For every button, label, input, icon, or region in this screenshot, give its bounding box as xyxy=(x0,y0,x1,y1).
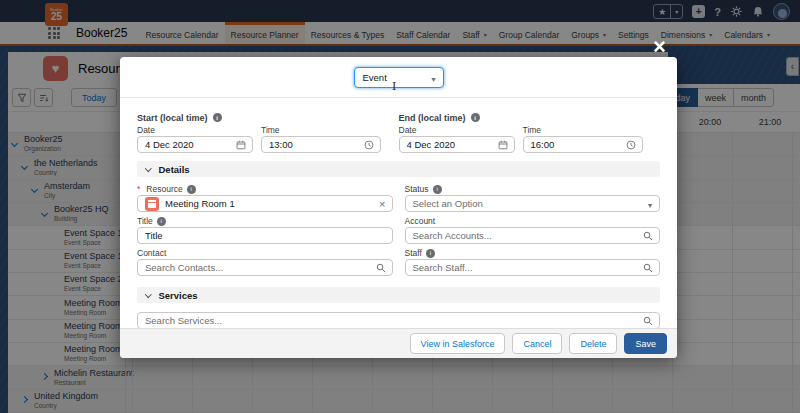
search-icon xyxy=(643,316,653,326)
end-date-label: Date xyxy=(399,124,515,136)
chevron-down-icon xyxy=(648,198,652,209)
delete-button[interactable]: Delete xyxy=(569,333,617,354)
contact-label: Contact xyxy=(137,248,166,258)
start-time-field[interactable] xyxy=(261,136,381,153)
text-cursor xyxy=(392,80,396,93)
reservation-type-select[interactable]: Event xyxy=(354,67,444,88)
end-time-input[interactable] xyxy=(531,139,635,150)
reservation-type-row: Event xyxy=(120,57,677,98)
modal-footer: View in Salesforce Cancel Delete Save xyxy=(120,328,677,358)
staff-search-field[interactable] xyxy=(405,259,661,276)
end-date-input[interactable] xyxy=(407,139,507,150)
account-search-field[interactable] xyxy=(405,227,661,244)
end-label: End (local time) xyxy=(399,113,466,123)
calendar-icon[interactable] xyxy=(236,140,246,150)
start-date-input[interactable] xyxy=(145,139,245,150)
end-time-field[interactable] xyxy=(523,136,643,153)
resource-value: Meeting Room 1 xyxy=(165,198,235,209)
contact-search-field[interactable] xyxy=(137,259,393,276)
start-time-label: Time xyxy=(261,124,381,136)
chevron-down-icon xyxy=(431,72,435,83)
resource-type-icon xyxy=(145,197,159,211)
clock-icon[interactable] xyxy=(626,140,636,150)
search-icon xyxy=(376,263,386,273)
info-icon[interactable] xyxy=(426,249,435,258)
modal-body: Start (local time) Date xyxy=(120,111,677,329)
contact-search-input[interactable] xyxy=(145,262,385,273)
view-in-salesforce-button[interactable]: View in Salesforce xyxy=(410,333,506,354)
info-icon[interactable] xyxy=(187,185,196,194)
info-icon[interactable] xyxy=(433,185,442,194)
title-field[interactable] xyxy=(137,227,393,244)
datetime-row: Start (local time) Date xyxy=(137,111,660,153)
section-chevron-icon xyxy=(145,291,151,297)
clear-resource-icon[interactable] xyxy=(379,198,385,210)
end-group: End (local time) Date xyxy=(399,111,647,153)
reservation-modal: Event Start (local time) Date xyxy=(120,57,677,358)
modal-close-button[interactable]: × xyxy=(653,36,666,58)
info-icon[interactable] xyxy=(157,217,166,226)
screen: Booker 25 All Booker25 Resource Calendar… xyxy=(0,0,800,413)
details-section-toggle[interactable]: Details xyxy=(137,161,660,177)
resource-field[interactable]: Meeting Room 1 xyxy=(137,195,393,212)
staff-label: Staff xyxy=(405,248,422,258)
status-select[interactable]: Select an Option xyxy=(405,195,661,212)
search-icon xyxy=(643,231,653,241)
title-label: Title xyxy=(137,216,153,226)
section-chevron-icon xyxy=(145,165,151,171)
staff-search-input[interactable] xyxy=(413,262,653,273)
title-input[interactable] xyxy=(145,230,385,241)
save-button[interactable]: Save xyxy=(624,333,667,354)
end-date-field[interactable] xyxy=(399,136,515,153)
clock-icon[interactable] xyxy=(364,140,374,150)
start-group: Start (local time) Date xyxy=(137,111,385,153)
search-icon xyxy=(643,263,653,273)
start-time-input[interactable] xyxy=(269,139,373,150)
services-section-toggle[interactable]: Services xyxy=(137,287,660,303)
services-search-input[interactable] xyxy=(145,315,652,326)
cancel-button[interactable]: Cancel xyxy=(512,333,562,354)
calendar-icon[interactable] xyxy=(498,140,508,150)
info-icon[interactable] xyxy=(213,113,222,122)
start-date-label: Date xyxy=(137,124,253,136)
details-fields: Resource Meeting Room 1 Status xyxy=(137,183,660,279)
start-label: Start (local time) xyxy=(137,113,208,123)
status-label: Status xyxy=(405,184,429,194)
resource-label: Resource xyxy=(146,184,182,194)
account-label: Account xyxy=(405,216,436,226)
end-time-label: Time xyxy=(523,124,643,136)
start-date-field[interactable] xyxy=(137,136,253,153)
info-icon[interactable] xyxy=(471,113,480,122)
account-search-input[interactable] xyxy=(413,230,653,241)
services-search-field[interactable] xyxy=(137,312,660,329)
